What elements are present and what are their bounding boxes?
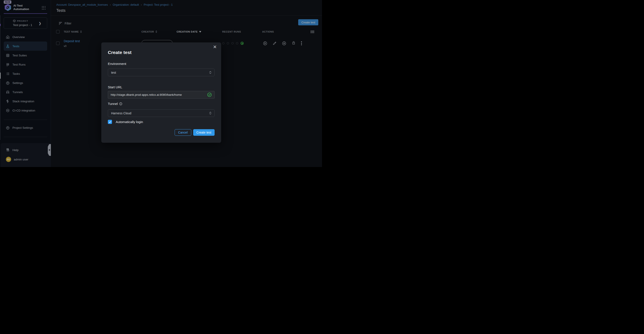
start-url-input[interactable] [111, 93, 207, 96]
select-chevrons-icon [209, 112, 211, 114]
start-url-label: Start URL [108, 85, 122, 89]
modal-create-test-button[interactable]: Create test [193, 129, 214, 136]
auto-login-label: Automatically login [116, 120, 143, 124]
modal-title: Create test [108, 50, 132, 55]
environment-select[interactable]: test [108, 69, 214, 76]
start-url-field [108, 91, 214, 99]
check-icon [109, 121, 111, 123]
app-screen: NEW AI Test Automation [0, 0, 322, 167]
create-test-modal: ✕ Create test Environment test Start URL… [101, 42, 221, 143]
select-chevrons-icon [209, 71, 211, 74]
close-icon[interactable]: ✕ [213, 45, 217, 49]
tunnel-select[interactable]: Harness Cloud [108, 109, 214, 117]
info-icon[interactable] [119, 102, 122, 105]
tunnel-label: Tunnel [108, 102, 122, 106]
cancel-button[interactable]: Cancel [175, 129, 191, 136]
auto-login-checkbox[interactable] [108, 120, 112, 124]
environment-label: Environment [108, 62, 126, 66]
valid-check-icon [207, 92, 212, 97]
